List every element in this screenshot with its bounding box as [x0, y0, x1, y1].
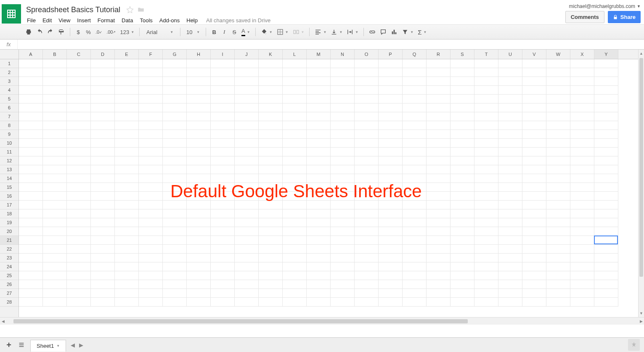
cell[interactable]	[211, 95, 235, 103]
cell[interactable]	[139, 130, 163, 139]
cell[interactable]	[427, 112, 451, 121]
cell[interactable]	[546, 68, 570, 77]
cell[interactable]	[115, 298, 139, 307]
cell[interactable]	[498, 68, 522, 77]
cell[interactable]	[43, 165, 67, 174]
cell[interactable]	[115, 236, 139, 245]
cell[interactable]	[283, 156, 307, 165]
cell[interactable]	[522, 271, 546, 280]
cell[interactable]	[522, 165, 546, 174]
row-header-19[interactable]: 19	[0, 218, 19, 227]
cell[interactable]	[427, 271, 451, 280]
cell[interactable]	[594, 254, 618, 262]
cell[interactable]	[355, 262, 379, 271]
cell[interactable]	[427, 245, 451, 254]
cell[interactable]	[451, 95, 474, 103]
cell[interactable]	[283, 59, 307, 68]
cell[interactable]	[570, 112, 594, 121]
cell[interactable]	[570, 130, 594, 139]
cell[interactable]	[187, 227, 211, 236]
cell[interactable]	[91, 245, 115, 254]
cell[interactable]	[115, 289, 139, 298]
cell[interactable]	[187, 139, 211, 148]
cell[interactable]	[187, 271, 211, 280]
cell[interactable]	[91, 156, 115, 165]
cell[interactable]	[91, 68, 115, 77]
cell[interactable]	[403, 130, 427, 139]
cell[interactable]	[546, 183, 570, 192]
cell[interactable]	[67, 183, 91, 192]
cell[interactable]	[235, 209, 259, 218]
cell[interactable]	[43, 183, 67, 192]
cell[interactable]	[546, 201, 570, 209]
cell[interactable]	[307, 148, 331, 156]
cell[interactable]	[67, 68, 91, 77]
cell[interactable]	[187, 130, 211, 139]
cell[interactable]	[139, 192, 163, 201]
menu-data[interactable]: Data	[118, 16, 136, 25]
cell[interactable]	[403, 95, 427, 103]
cell[interactable]	[451, 174, 474, 183]
explore-button[interactable]	[628, 339, 640, 351]
cell[interactable]	[67, 271, 91, 280]
cell[interactable]	[451, 192, 474, 201]
column-header-M[interactable]: M	[307, 50, 331, 59]
cell[interactable]	[474, 59, 498, 68]
cell[interactable]	[522, 59, 546, 68]
cell[interactable]	[163, 103, 187, 112]
strikethrough-button[interactable]: S	[230, 26, 239, 37]
cell[interactable]	[570, 298, 594, 307]
cell[interactable]	[427, 289, 451, 298]
cell[interactable]	[546, 139, 570, 148]
cell[interactable]	[427, 156, 451, 165]
cell[interactable]	[498, 227, 522, 236]
cell[interactable]	[283, 254, 307, 262]
row-header-6[interactable]: 6	[0, 103, 19, 112]
cell[interactable]	[163, 262, 187, 271]
cell[interactable]	[594, 245, 618, 254]
cell[interactable]	[403, 209, 427, 218]
cell[interactable]	[570, 139, 594, 148]
cell[interactable]	[283, 148, 307, 156]
cell[interactable]	[522, 262, 546, 271]
cell[interactable]	[498, 59, 522, 68]
cell[interactable]	[187, 156, 211, 165]
cell[interactable]	[91, 209, 115, 218]
cell[interactable]	[307, 298, 331, 307]
cell[interactable]	[474, 218, 498, 227]
cell[interactable]	[498, 174, 522, 183]
cell[interactable]	[307, 174, 331, 183]
cell[interactable]	[307, 227, 331, 236]
cell[interactable]	[546, 103, 570, 112]
cell[interactable]	[331, 165, 355, 174]
cell[interactable]	[594, 68, 618, 77]
cell[interactable]	[331, 289, 355, 298]
cell[interactable]	[139, 156, 163, 165]
cell[interactable]	[498, 236, 522, 245]
sheet-tab[interactable]: Sheet1 ▼	[30, 340, 66, 352]
row-header-25[interactable]: 25	[0, 271, 19, 280]
cell[interactable]	[283, 139, 307, 148]
cell[interactable]	[546, 77, 570, 86]
cell[interactable]	[522, 103, 546, 112]
cell[interactable]	[355, 139, 379, 148]
cell[interactable]	[403, 77, 427, 86]
horizontal-align-button[interactable]: ▼	[313, 26, 328, 37]
more-formats-button[interactable]: 123▼	[118, 26, 136, 37]
cell[interactable]	[43, 192, 67, 201]
cell[interactable]	[474, 148, 498, 156]
cell[interactable]	[187, 280, 211, 289]
cell[interactable]	[43, 148, 67, 156]
cell[interactable]	[594, 130, 618, 139]
cell[interactable]	[235, 86, 259, 95]
cell[interactable]	[187, 77, 211, 86]
cell[interactable]	[187, 262, 211, 271]
menu-edit[interactable]: Edit	[39, 16, 55, 25]
cell[interactable]	[211, 121, 235, 130]
cell[interactable]	[211, 236, 235, 245]
cell[interactable]	[211, 289, 235, 298]
cell[interactable]	[474, 103, 498, 112]
cell[interactable]	[91, 218, 115, 227]
cell[interactable]	[307, 86, 331, 95]
cell[interactable]	[451, 209, 474, 218]
